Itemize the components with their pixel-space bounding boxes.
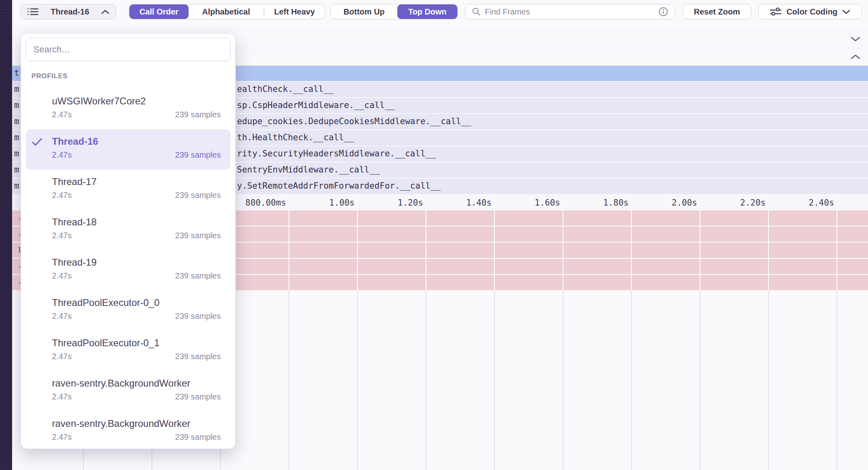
find-frames-box xyxy=(465,4,675,19)
profile-samples: 239 samples xyxy=(175,231,221,240)
direction-bottom-up-button[interactable]: Bottom Up xyxy=(331,4,397,19)
color-coding-label: Color Coding xyxy=(787,7,838,17)
frame-label: y.SetRemoteAddrFromForwardedFor.__call__ xyxy=(237,181,441,191)
profiles-section-label: PROFILES xyxy=(31,72,68,80)
profile-samples: 239 samples xyxy=(175,352,221,361)
profile-name: raven-sentry.BackgroundWorker xyxy=(52,418,221,429)
profile-duration: 2.47s xyxy=(52,271,72,281)
search-icon xyxy=(472,7,481,16)
gridline xyxy=(289,210,289,290)
gridline xyxy=(768,210,769,290)
profile-samples: 239 samples xyxy=(175,110,221,119)
gridline xyxy=(357,290,358,470)
profile-name: ThreadPoolExecutor-0_1 xyxy=(52,337,221,349)
profiles-search-input[interactable] xyxy=(26,38,230,61)
profile-item[interactable]: ThreadPoolExecutor-0_1 2.47s 239 samples xyxy=(21,331,235,371)
profile-item[interactable]: Thread-18 2.47s 239 samples xyxy=(21,210,235,250)
profile-item[interactable]: Thread-17 2.47s 239 samples xyxy=(21,170,235,210)
frame-text-fragment: m xyxy=(14,149,19,158)
toolbar: Thread-16 Call Order Alphabetical Left H… xyxy=(12,0,868,30)
profile-name: ThreadPoolExecutor-0_0 xyxy=(52,297,221,308)
profile-name: Thread-16 xyxy=(52,136,221,147)
collapse-chevron-up-icon[interactable] xyxy=(850,54,861,60)
reset-zoom-button[interactable]: Reset Zoom xyxy=(683,4,751,19)
profiles-dropdown: PROFILES uWSGIWorker7Core2 2.47s 239 sam… xyxy=(21,33,236,449)
sliders-icon xyxy=(770,7,782,16)
axis-tick-label: 2.00s xyxy=(672,198,697,208)
gridline xyxy=(563,210,563,290)
profile-item[interactable]: uWSGIWorker7Core2 2.47s 239 samples xyxy=(21,89,235,129)
frame-text-fragment: m xyxy=(14,181,19,191)
axis-tick-label: 1.20s xyxy=(398,198,423,208)
profile-name: uWSGIWorker7Core2 xyxy=(52,96,221,107)
frame-text-fragment: m xyxy=(14,133,19,142)
gridline xyxy=(494,210,495,290)
axis-tick-label: 800.00ms xyxy=(245,198,286,208)
profile-samples: 239 samples xyxy=(175,392,221,401)
color-coding-button[interactable]: Color Coding xyxy=(758,4,862,19)
profile-name: Thread-17 xyxy=(52,176,221,187)
axis-tick-label: 2.40s xyxy=(809,198,834,208)
gridline xyxy=(700,290,700,470)
axis-tick-label: 2.20s xyxy=(740,198,766,208)
frame-text-fragment: m xyxy=(14,116,19,126)
profile-item[interactable]: Thread-19 2.47s 239 samples xyxy=(21,250,235,291)
axis-tick-label: 1.60s xyxy=(535,198,560,208)
axis-tick-label: 1.40s xyxy=(466,198,492,208)
profile-item[interactable]: raven-sentry.BackgroundWorker 2.47s 239 … xyxy=(21,412,235,449)
sort-call-order-button[interactable]: Call Order xyxy=(129,4,189,19)
frame-label: ealthCheck.__call__ xyxy=(237,84,334,94)
gridline xyxy=(631,210,632,290)
direction-group: Bottom Up Top Down xyxy=(330,4,458,19)
frame-label: edupe_cookies.DedupeCookiesMiddleware.__… xyxy=(237,116,471,126)
gridline xyxy=(768,290,769,470)
profile-samples: 239 samples xyxy=(175,150,221,160)
profiler-app: Thread-16 Call Order Alphabetical Left H… xyxy=(0,0,868,470)
direction-top-down-button[interactable]: Top Down xyxy=(397,4,457,19)
chevron-down-icon xyxy=(842,10,850,14)
collapse-chevron-down-icon[interactable] xyxy=(850,36,861,42)
profile-duration: 2.47s xyxy=(52,352,72,361)
frame-label: SentryEnvMiddleware.__call__ xyxy=(237,165,380,175)
profile-duration: 2.47s xyxy=(52,150,72,160)
axis-tick-label: 1.00s xyxy=(329,198,355,208)
check-icon xyxy=(31,137,43,146)
profile-item[interactable]: ThreadPoolExecutor-0_0 2.47s 239 samples xyxy=(21,291,235,331)
gridline xyxy=(700,210,700,290)
profile-duration: 2.47s xyxy=(52,433,72,442)
profile-name: raven-sentry.BackgroundWorker xyxy=(52,378,221,389)
gridline xyxy=(494,290,495,470)
profile-name: Thread-18 xyxy=(52,216,221,228)
gridline xyxy=(357,210,358,290)
profile-item-selected[interactable]: Thread-16 2.47s 239 samples xyxy=(26,129,230,170)
profile-samples: 239 samples xyxy=(175,271,221,281)
gridline xyxy=(837,210,837,290)
profile-item[interactable]: raven-sentry.BackgroundWorker 2.47s 239 … xyxy=(21,371,235,412)
frame-text-fragment: m xyxy=(14,84,19,94)
profile-samples: 239 samples xyxy=(175,191,221,200)
gridline xyxy=(426,210,426,290)
sort-alphabetical-button[interactable]: Alphabetical xyxy=(189,4,264,19)
sort-left-heavy-button[interactable]: Left Heavy xyxy=(264,4,325,19)
frame-label: rity.SecurityHeadersMiddleware.__call__ xyxy=(237,149,436,158)
frame-label: sp.CspHeaderMiddleware.__call__ xyxy=(237,100,395,110)
profile-name: Thread-19 xyxy=(52,257,221,268)
frame-text-fragment: m xyxy=(14,100,19,110)
profiles-list: uWSGIWorker7Core2 2.47s 239 samples Thre… xyxy=(21,89,235,449)
chevron-up-icon xyxy=(101,10,109,14)
sort-order-group: Call Order Alphabetical Left Heavy xyxy=(129,4,325,19)
list-icon xyxy=(27,7,39,17)
profile-duration: 2.47s xyxy=(52,392,72,401)
find-frames-input[interactable] xyxy=(484,7,655,17)
thread-selector-button[interactable]: Thread-16 xyxy=(21,4,116,19)
left-sidebar xyxy=(0,0,12,470)
gridline xyxy=(837,290,837,470)
profile-duration: 2.47s xyxy=(52,231,72,240)
gridline xyxy=(426,290,426,470)
axis-tick-label: 1.80s xyxy=(603,198,629,208)
profile-duration: 2.47s xyxy=(52,312,72,321)
profile-samples: 239 samples xyxy=(175,433,221,442)
thread-selector-label: Thread-16 xyxy=(51,7,89,17)
info-icon[interactable] xyxy=(658,7,668,17)
profile-duration: 2.47s xyxy=(52,110,72,119)
